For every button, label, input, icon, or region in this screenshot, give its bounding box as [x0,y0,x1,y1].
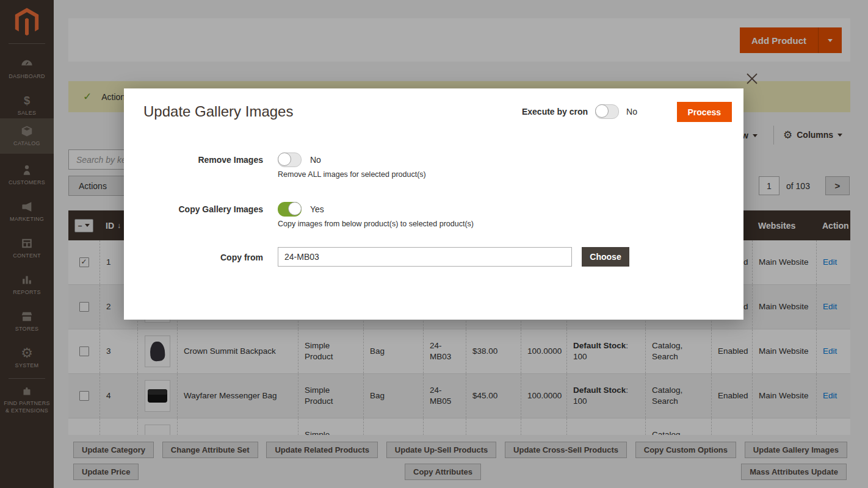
remove-images-label: Remove Images [124,155,263,165]
execute-by-cron-field: Execute by cron No [522,104,637,119]
toggle-knob [288,202,302,215]
toggle-knob [595,104,609,118]
remove-images-toggle[interactable] [278,152,302,167]
copy-gallery-images-toggle[interactable] [278,202,302,217]
copy-from-input[interactable] [278,247,572,267]
execute-by-cron-label: Execute by cron [522,107,588,117]
copy-gallery-images-value: Yes [310,204,324,214]
choose-button[interactable]: Choose [582,247,629,267]
process-button[interactable]: Process [677,102,732,122]
update-gallery-images-modal: Update Gallery Images Execute by cron No… [124,88,743,320]
execute-by-cron-toggle[interactable] [595,104,619,119]
execute-by-cron-value: No [626,107,637,117]
remove-images-value: No [310,155,321,165]
remove-images-note: Remove ALL images for selected product(s… [278,170,426,179]
copy-gallery-images-field: Yes [278,202,324,217]
copy-gallery-images-label: Copy Gallery Images [124,204,263,214]
copy-gallery-images-note: Copy images from below product(s) to sel… [278,220,474,228]
close-icon [745,71,759,86]
toggle-knob [278,152,291,166]
modal-close-button[interactable] [743,70,761,87]
modal-title: Update Gallery Images [143,103,293,120]
copy-from-label: Copy from [124,253,263,262]
remove-images-field: No [278,152,321,167]
